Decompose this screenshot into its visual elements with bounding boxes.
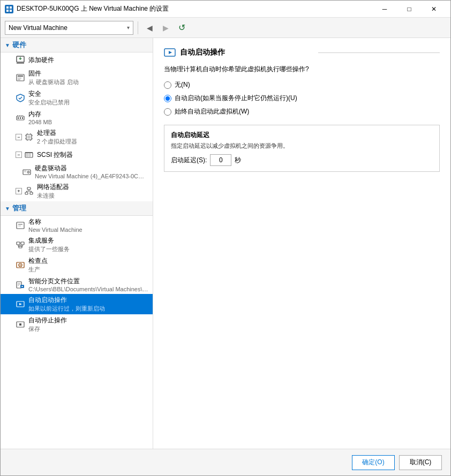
add-hardware-label: 添加硬件 (28, 56, 54, 65)
smartfile-icon (16, 280, 25, 290)
radio-always-input[interactable] (164, 108, 171, 116)
management-section-title: 管理 (12, 203, 26, 213)
management-chevron-icon: ▼ (5, 206, 10, 211)
checkpoint-content: 检查点 生产 (28, 256, 48, 274)
management-section-header[interactable]: ▼ 管理 (1, 201, 153, 216)
hardware-section-header[interactable]: ▼ 硬件 (1, 38, 153, 52)
sidebar-item-integration[interactable]: 集成服务 提供了一些服务 (1, 235, 153, 255)
add-hardware-icon: + (16, 55, 25, 65)
radio-always[interactable]: 始终自动启动此虚拟机(W) (164, 107, 440, 116)
network-label: 网络适配器 (37, 183, 69, 192)
radio-none[interactable]: 无(N) (164, 80, 440, 89)
svg-rect-12 (18, 117, 19, 119)
smartfile-label: 智能分页文件位置 (28, 277, 148, 286)
sidebar-item-security[interactable]: 安全 安全启动已禁用 (1, 88, 153, 108)
integration-sub: 提供了一些服务 (28, 245, 70, 253)
radio-auto-input[interactable] (164, 95, 171, 102)
autostop-sub: 保存 (28, 325, 67, 333)
name-sub: New Virtual Machine (28, 226, 82, 233)
panel-divider (318, 52, 440, 53)
vm-dropdown[interactable]: New Virtual Machine ▾ (5, 21, 133, 35)
memory-content: 内存 2048 MB (28, 110, 52, 125)
svg-marker-68 (169, 51, 172, 54)
ok-button[interactable]: 确定(O) (352, 455, 395, 470)
delay-section-title: 自动启动延迟 (171, 131, 433, 140)
firmware-icon (16, 73, 25, 82)
sidebar-item-name[interactable]: 名称 New Virtual Machine (1, 216, 153, 235)
back-button[interactable]: ◀ (142, 21, 156, 35)
security-icon (16, 93, 25, 103)
delay-input[interactable] (210, 154, 231, 166)
svg-rect-66 (19, 323, 21, 326)
svg-rect-1 (10, 6, 12, 9)
forward-button[interactable]: ▶ (159, 21, 172, 35)
integration-content: 集成服务 提供了一些服务 (28, 236, 70, 253)
sidebar-item-smartfile[interactable]: 智能分页文件位置 C:\Users\BBL\Documents\Virtual … (1, 275, 153, 294)
autostart-label: 自动启动操作 (28, 296, 105, 305)
cancel-button[interactable]: 取消(C) (399, 455, 442, 470)
integration-label: 集成服务 (28, 236, 70, 245)
cpu-sub: 2 个虚拟处理器 (37, 138, 77, 146)
sidebar-item-firmware[interactable]: 固件 从 硬盘驱动器 启动 (1, 67, 153, 88)
vm-dropdown-text: New Virtual Machine (9, 24, 127, 32)
sidebar-item-scsi[interactable]: − SCSI 控制器 (1, 147, 153, 162)
cpu-content: 处理器 2 个虚拟处理器 (37, 129, 77, 146)
panel-title: 自动启动操作 (180, 48, 302, 57)
sidebar-item-add-hardware[interactable]: + 添加硬件 (1, 52, 153, 67)
refresh-button[interactable]: ↺ (175, 21, 189, 35)
smartfile-sub: C:\Users\BBL\Documents\Virtual Machines\… (28, 286, 148, 292)
svg-rect-10 (18, 79, 20, 80)
disk-content: 硬盘驱动器 New Virtual Machine (4)_AE4F9243-0… (35, 164, 144, 179)
smartfile-content: 智能分页文件位置 C:\Users\BBL\Documents\Virtual … (28, 277, 148, 292)
sidebar-item-checkpoint[interactable]: 检查点 生产 (1, 255, 153, 275)
window: DESKTOP-5UK00QG 上 New Virtual Machine 的设… (0, 0, 451, 476)
firmware-label: 固件 (28, 69, 79, 78)
svg-point-55 (20, 265, 21, 266)
radio-auto-label: 自动启动(如果当服务停止时它仍然运行)(U) (175, 94, 297, 103)
scsi-content: SCSI 控制器 (37, 150, 73, 160)
cpu-icon (24, 132, 34, 142)
network-icon (24, 186, 34, 196)
integration-icon (16, 240, 25, 250)
svg-rect-19 (27, 135, 31, 139)
cpu-tree-toggle[interactable]: − (16, 134, 22, 140)
right-panel: 自动启动操作 当物理计算机自动时你希望此虚拟机执行哪些操作? 无(N) 自动启动… (153, 38, 450, 449)
autostart-icon (16, 299, 25, 309)
radio-auto[interactable]: 自动启动(如果当服务停止时它仍然运行)(U) (164, 94, 440, 103)
sidebar-item-network[interactable]: + 网络适配器 未连接 (1, 181, 153, 201)
svg-rect-8 (18, 75, 23, 77)
disk-label: 硬盘驱动器 (35, 164, 144, 173)
forward-icon: ▶ (163, 24, 169, 32)
hardware-section-title: 硬件 (12, 40, 26, 50)
maximize-button[interactable]: □ (397, 1, 422, 18)
window-title: DESKTOP-5UK00QG 上 New Virtual Machine 的设… (17, 4, 372, 13)
svg-rect-44 (17, 222, 24, 229)
svg-rect-13 (20, 117, 21, 119)
delay-row: 启动延迟(S): 秒 (171, 154, 433, 166)
sidebar-item-cpu[interactable]: − 处理器 2 个虚拟处理器 (1, 127, 153, 147)
network-tree-toggle[interactable]: + (16, 188, 22, 194)
svg-rect-30 (29, 154, 31, 156)
radio-always-label: 始终自动启动此虚拟机(W) (175, 107, 249, 116)
security-sub: 安全启动已禁用 (28, 99, 70, 107)
svg-rect-14 (22, 117, 23, 119)
name-content: 名称 New Virtual Machine (28, 217, 82, 233)
radio-none-input[interactable] (164, 81, 171, 89)
sidebar-item-autostop[interactable]: 自动停止操作 保存 (1, 314, 153, 335)
minimize-button[interactable]: ─ (372, 1, 397, 18)
close-button[interactable]: ✕ (422, 1, 446, 18)
sidebar-item-autostart[interactable]: 自动启动操作 如果以前运行过，则重新启动 (1, 294, 153, 314)
radio-group: 无(N) 自动启动(如果当服务停止时它仍然运行)(U) 始终自动启动此虚拟机(W… (164, 80, 440, 116)
svg-rect-0 (6, 6, 9, 9)
scsi-tree-toggle[interactable]: − (16, 152, 22, 158)
autostop-label: 自动停止操作 (28, 316, 67, 325)
disk-icon (22, 167, 32, 177)
cpu-label: 处理器 (37, 129, 77, 138)
sidebar-item-disk[interactable]: 硬盘驱动器 New Virtual Machine (4)_AE4F9243-0… (1, 162, 153, 181)
delay-label: 启动延迟(S): (171, 156, 207, 165)
svg-point-34 (28, 171, 29, 172)
sidebar-item-memory[interactable]: 内存 2048 MB (1, 108, 153, 127)
chevron-down-icon: ▾ (127, 25, 130, 31)
panel-question: 当物理计算机自动时你希望此虚拟机执行哪些操作? (164, 65, 440, 74)
firmware-content: 固件 从 硬盘驱动器 启动 (28, 69, 79, 86)
